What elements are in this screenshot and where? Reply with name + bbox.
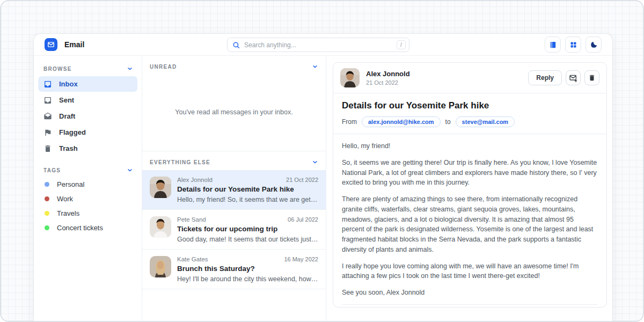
avatar xyxy=(150,216,171,238)
trash-icon xyxy=(43,144,52,153)
browse-section-header[interactable]: BROWSE xyxy=(38,61,137,76)
detail-date: 21 Oct 2022 xyxy=(366,79,410,86)
reply-button[interactable]: Reply xyxy=(528,70,562,85)
detail-sender-name: Alex Jonnold xyxy=(366,70,410,78)
tag-item-work[interactable]: Work xyxy=(38,192,137,206)
unread-label: UNREAD xyxy=(150,64,177,70)
tag-item-concert-tickets[interactable]: Concert tickets xyxy=(38,221,137,235)
chevron-down-icon[interactable] xyxy=(312,63,318,70)
email-subject: Tickets for our upcoming trip xyxy=(177,225,318,233)
chevron-down-icon[interactable] xyxy=(312,159,318,165)
email-preview: Hello, my friend! So, it seems that we a… xyxy=(177,196,318,203)
sidebar-item-label: Inbox xyxy=(59,80,78,88)
email-list-item-tickets[interactable]: Pete Sand 06 Jul 2022 Tickets for our up… xyxy=(142,210,326,250)
email-paragraph: There are plenty of amazing things to se… xyxy=(342,194,598,255)
drafts-icon xyxy=(43,112,52,121)
sidebar-item-draft[interactable]: Draft xyxy=(38,108,137,124)
tag-dot xyxy=(45,182,49,187)
desktop-background: Email Search anything... / xyxy=(0,0,644,322)
email-summary: Pete Sand 06 Jul 2022 Tickets for our up… xyxy=(177,216,318,243)
email-paragraph: Hello, my friend! xyxy=(342,141,598,151)
apps-button[interactable] xyxy=(565,36,581,53)
trash-icon xyxy=(588,74,596,82)
email-date: 06 Jul 2022 xyxy=(288,216,318,223)
from-label: From xyxy=(342,118,357,126)
envelope-forward-icon xyxy=(569,74,577,82)
header-actions xyxy=(545,36,602,53)
email-sender: Alex Jonnold xyxy=(177,177,213,183)
email-preview: Hey! I'll be around the city this weeken… xyxy=(177,275,318,283)
email-date: 21 Oct 2022 xyxy=(286,177,318,183)
email-detail-area: Alex Jonnold 21 Oct 2022 Reply xyxy=(326,56,612,322)
tag-label: Concert tickets xyxy=(57,224,103,232)
avatar xyxy=(150,256,171,277)
email-sender: Pete Sand xyxy=(177,216,206,223)
to-email-chip[interactable]: steve@mail.com xyxy=(456,116,515,127)
chevron-down-icon[interactable] xyxy=(127,167,133,173)
email-list: Alex Jonnold 21 Oct 2022 Details for our… xyxy=(142,170,326,289)
chevron-down-icon[interactable] xyxy=(127,65,133,72)
detail-subject: Details for our Yosemite Park hike xyxy=(342,100,598,111)
detail-from-to-row: From alex.jonnold@hike.com to steve@mail… xyxy=(342,116,598,127)
forward-email-button[interactable] xyxy=(566,70,581,85)
to-label: to xyxy=(445,118,451,126)
notebook-button[interactable] xyxy=(545,36,561,53)
tags-section: TAGS Personal Work xyxy=(38,163,137,235)
email-preview: Good day, mate! It seems that our ticket… xyxy=(177,236,318,243)
sidebar-item-sent[interactable]: Sent xyxy=(38,92,137,108)
tag-label: Travels xyxy=(57,209,79,217)
sidebar-item-label: Draft xyxy=(59,112,75,120)
everything-else-section-header[interactable]: EVERYTHING ELSE xyxy=(142,151,326,170)
tag-item-travels[interactable]: Travels xyxy=(38,206,137,221)
tag-dot xyxy=(45,211,49,216)
app-header: Email Search anything... / xyxy=(34,34,612,56)
tag-dot xyxy=(45,225,49,230)
email-summary: Kate Gates 16 May 2022 Brunch this Satur… xyxy=(177,256,318,283)
sidebar-item-inbox[interactable]: Inbox xyxy=(38,76,137,92)
sidebar-item-label: Flagged xyxy=(59,128,86,136)
unread-section-header[interactable]: UNREAD xyxy=(142,56,326,73)
search-icon xyxy=(232,41,240,49)
book-icon xyxy=(549,41,557,49)
tags-section-header[interactable]: TAGS xyxy=(38,163,137,177)
search-placeholder: Search anything... xyxy=(244,41,397,49)
email-app-window: Email Search anything... / xyxy=(33,33,613,322)
avatar xyxy=(150,177,171,198)
main-content: BROWSE Inbox xyxy=(34,56,612,322)
from-email-chip[interactable]: alex.jonnold@hike.com xyxy=(362,116,441,127)
email-paragraph: See you soon, Alex Jonnold xyxy=(342,288,598,298)
tag-label: Personal xyxy=(57,180,84,188)
search-input[interactable]: Search anything... / xyxy=(227,38,409,52)
email-body: Hello, my friend! So, it seems we are ge… xyxy=(333,134,606,304)
dark-mode-moon-icon xyxy=(590,41,598,49)
tag-dot xyxy=(45,196,49,201)
tags-label: TAGS xyxy=(43,167,61,173)
tag-label: Work xyxy=(57,195,73,203)
email-subject: Brunch this Saturday? xyxy=(177,265,318,273)
sidebar-item-trash[interactable]: Trash xyxy=(38,141,137,156)
email-list-column: UNREAD You've read all messages in your … xyxy=(142,56,326,322)
email-list-item-yosemite[interactable]: Alex Jonnold 21 Oct 2022 Details for our… xyxy=(142,170,326,210)
email-sender: Kate Gates xyxy=(177,256,208,262)
avatar xyxy=(340,68,360,87)
tag-item-personal[interactable]: Personal xyxy=(38,177,137,192)
envelope-icon xyxy=(47,41,55,48)
email-list-item-brunch[interactable]: Kate Gates 16 May 2022 Brunch this Satur… xyxy=(142,250,326,289)
detail-actions: Reply xyxy=(528,70,599,85)
sidebar-item-label: Sent xyxy=(59,96,74,104)
apps-grid-icon xyxy=(569,41,577,49)
everything-else-label: EVERYTHING ELSE xyxy=(150,159,210,165)
dark-mode-toggle[interactable] xyxy=(586,36,602,53)
outbox-icon xyxy=(43,96,52,105)
detail-subject-block: Details for our Yosemite Park hike From … xyxy=(333,93,606,134)
browse-label: BROWSE xyxy=(43,66,72,72)
sidebar-item-flagged[interactable]: Flagged xyxy=(38,125,137,140)
detail-header: Alex Jonnold 21 Oct 2022 Reply xyxy=(333,63,606,93)
attachments-section: Attachments xyxy=(333,305,606,308)
sidebar: BROWSE Inbox xyxy=(34,56,142,322)
email-app-logo xyxy=(45,38,57,51)
inbox-icon xyxy=(43,80,52,89)
delete-email-button[interactable] xyxy=(584,70,599,85)
search-shortcut-badge: / xyxy=(397,40,406,49)
unread-empty-state: You've read all messages in your inbox. xyxy=(142,73,326,151)
